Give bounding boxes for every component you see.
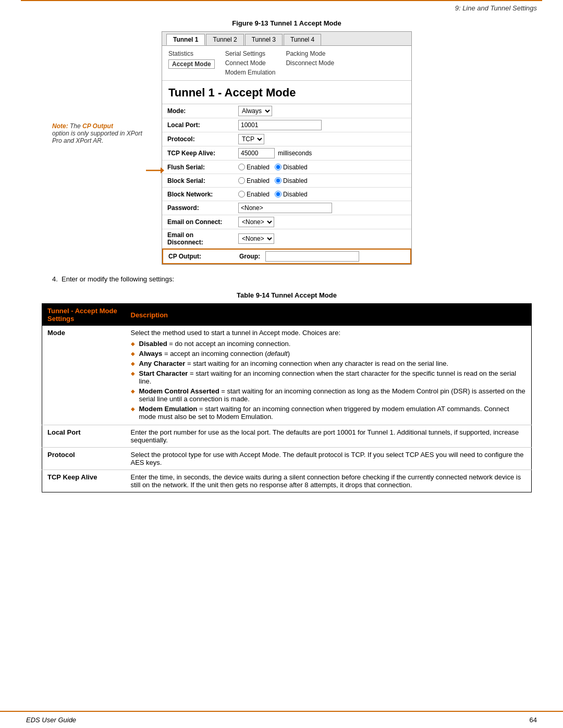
value-password	[235, 201, 411, 215]
group-label: Group:	[239, 253, 260, 260]
protocol-select[interactable]: TCP	[238, 134, 264, 144]
flush-serial-enabled-radio[interactable]	[238, 164, 245, 170]
block-network-radio-group: Enabled Disabled	[238, 191, 308, 198]
form-row-local-port: Local Port:	[162, 118, 411, 132]
table-row-local-port: Local Port Enter the port number for use…	[42, 425, 532, 448]
description-protocol: Select the protocol type for use with Ac…	[126, 448, 532, 470]
bullet-any-character: Any Character = start waiting for an inc…	[131, 359, 527, 368]
email-disconnect-select[interactable]: <None>	[238, 233, 274, 244]
figure-title: Figure 9-13 Tunnel 1 Accept Mode	[42, 19, 532, 27]
arrow-icon	[146, 164, 164, 177]
tab-tunnel4[interactable]: Tunnel 4	[284, 34, 321, 45]
form-row-block-serial: Block Serial: Enabled Disabled	[162, 174, 411, 188]
flush-serial-disabled-radio[interactable]	[275, 164, 282, 170]
step-text: 4. Enter or modify the following setting…	[52, 275, 532, 283]
value-mode: Always	[235, 104, 411, 118]
description-tcp-keepalive: Enter the time, in seconds, the device w…	[126, 470, 532, 492]
table-row-protocol: Protocol Select the protocol type for us…	[42, 448, 532, 470]
milliseconds-label: milliseconds	[278, 150, 312, 157]
value-cp-output: Group:	[236, 250, 362, 263]
block-network-enabled-radio[interactable]	[238, 191, 245, 198]
form-row-flush-serial: Flush Serial: Enabled Disabled	[162, 161, 411, 174]
block-network-disabled-option[interactable]: Disabled	[275, 191, 308, 198]
label-local-port: Local Port:	[162, 119, 235, 131]
tcp-keepalive-input[interactable]	[238, 148, 275, 158]
label-flush-serial: Flush Serial:	[162, 162, 235, 173]
bullet-always: Always = accept an incoming connection (…	[131, 349, 527, 359]
tunnel-panel: Tunnel 1 Tunnel 2 Tunnel 3 Tunnel 4 Stat…	[162, 31, 412, 265]
local-port-input[interactable]	[238, 120, 322, 130]
value-tcp-keepalive: milliseconds	[235, 146, 411, 160]
block-serial-enabled-radio[interactable]	[238, 177, 245, 184]
label-password: Password:	[162, 202, 235, 214]
nav-disconnect-mode: Disconnect Mode	[286, 59, 334, 67]
password-input[interactable]	[238, 203, 332, 213]
value-flush-serial: Enabled Disabled	[235, 162, 411, 172]
nav-modem-emulation: Modem Emulation	[225, 69, 276, 76]
table-header-setting: Tunnel - Accept ModeSettings	[42, 304, 126, 326]
tab-tunnel3[interactable]: Tunnel 3	[245, 34, 283, 45]
bullet-disabled: Disabled = do not accept an incoming con…	[131, 339, 527, 349]
bullet-start-character: Start Character = start waiting for an i…	[131, 368, 527, 386]
form-row-password: Password:	[162, 201, 411, 215]
page-footer: EDS User Guide 64	[0, 711, 563, 728]
email-connect-select[interactable]: <None>	[238, 217, 274, 227]
tab-tunnel1[interactable]: Tunnel 1	[166, 34, 205, 45]
header-title: 9: Line and Tunnel Settings	[455, 4, 537, 12]
footer-guide-name: EDS User Guide	[26, 716, 76, 724]
label-block-network: Block Network:	[162, 189, 235, 200]
note-bold: CP Output	[82, 122, 113, 130]
value-email-connect: <None>	[235, 215, 411, 229]
setting-mode: Mode	[42, 326, 126, 425]
tunnel-nav-col2: Serial Settings Connect Mode Modem Emula…	[225, 50, 276, 76]
form-row-email-connect: Email on Connect: <None>	[162, 215, 411, 229]
label-cp-output: CP Output:	[163, 251, 236, 262]
form-row-block-network: Block Network: Enabled Disabled	[162, 188, 411, 201]
table-header-description: Description	[126, 304, 532, 326]
setting-tcp-keepalive: TCP Keep Alive	[42, 470, 126, 492]
bullet-modem-control: Modem Control Asserted = start waiting f…	[131, 386, 527, 404]
group-input[interactable]	[265, 251, 359, 262]
block-network-enabled-option[interactable]: Enabled	[238, 191, 270, 198]
step-description: Enter or modify the following settings:	[62, 275, 174, 283]
setting-protocol: Protocol	[42, 448, 126, 470]
form-row-cp-output: CP Output: Group:	[162, 249, 411, 264]
label-tcp-keepalive: TCP Keep Alive:	[162, 147, 235, 159]
block-serial-disabled-radio[interactable]	[275, 177, 282, 184]
form-row-mode: Mode: Always	[162, 104, 411, 118]
tab-tunnel2[interactable]: Tunnel 2	[206, 34, 243, 45]
step-number: 4.	[52, 275, 58, 283]
mode-select[interactable]: Always	[238, 106, 272, 116]
setting-local-port: Local Port	[42, 425, 126, 448]
footer-page-number: 64	[530, 716, 537, 724]
label-mode: Mode:	[162, 105, 235, 117]
page-header: 9: Line and Tunnel Settings	[0, 1, 563, 14]
tunnel-tabs: Tunnel 1 Tunnel 2 Tunnel 3 Tunnel 4	[162, 32, 411, 46]
label-block-serial: Block Serial:	[162, 175, 235, 187]
figure-inner: Note: The CP Output option is only suppo…	[162, 31, 412, 265]
nav-accept-mode[interactable]: Accept Mode	[168, 59, 215, 69]
block-network-disabled-radio[interactable]	[275, 191, 282, 198]
description-mode: Select the method used to start a tunnel…	[126, 326, 532, 425]
bullet-modem-emulation: Modem Emulation = start waiting for an i…	[131, 404, 527, 422]
tunnel-nav-col1: Statistics Accept Mode	[168, 50, 215, 76]
flush-serial-disabled-option[interactable]: Disabled	[275, 164, 308, 171]
svg-marker-1	[161, 167, 164, 174]
form-row-protocol: Protocol: TCP	[162, 132, 411, 146]
table-row-tcp-keepalive: TCP Keep Alive Enter the time, in second…	[42, 470, 532, 492]
settings-table: Tunnel - Accept ModeSettings Description…	[42, 303, 532, 492]
tunnel-nav: Statistics Accept Mode Serial Settings C…	[162, 46, 411, 81]
block-serial-disabled-option[interactable]: Disabled	[275, 177, 308, 184]
nav-serial-settings: Serial Settings	[225, 50, 276, 57]
label-email-connect: Email on Connect:	[162, 216, 235, 228]
table-row-mode: Mode Select the method used to start a t…	[42, 326, 532, 425]
value-block-network: Enabled Disabled	[235, 189, 411, 200]
tunnel-nav-col3: Packing Mode Disconnect Mode	[286, 50, 334, 76]
note-keyword: Note:	[52, 122, 68, 130]
flush-serial-enabled-option[interactable]: Enabled	[238, 164, 270, 171]
value-email-disconnect: <None>	[235, 232, 411, 245]
value-block-serial: Enabled Disabled	[235, 176, 411, 186]
label-email-disconnect: Email on Disconnect:	[162, 229, 235, 248]
block-serial-enabled-option[interactable]: Enabled	[238, 177, 270, 184]
form-row-email-disconnect: Email on Disconnect: <None>	[162, 229, 411, 249]
